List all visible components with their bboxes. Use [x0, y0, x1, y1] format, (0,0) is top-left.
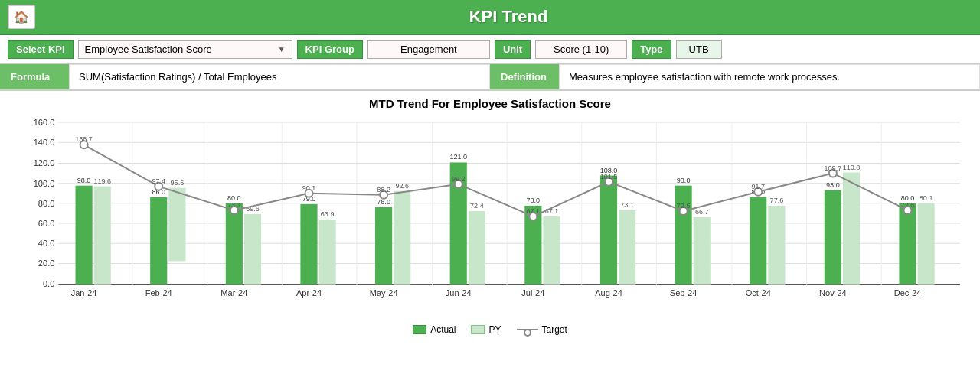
chart-area: MTD Trend For Employee Satisfaction Scor…	[0, 91, 980, 338]
chart-title: MTD Trend For Employee Satisfaction Scor…	[12, 97, 968, 110]
target-circle-swatch	[524, 329, 531, 337]
svg-text:101.5: 101.5	[600, 173, 618, 180]
py-color-swatch	[471, 325, 485, 334]
svg-text:40.0: 40.0	[38, 239, 55, 248]
svg-text:93.0: 93.0	[826, 181, 840, 189]
svg-text:Dec-24: Dec-24	[894, 288, 922, 298]
svg-text:95.5: 95.5	[171, 179, 185, 187]
svg-text:98.0: 98.0	[677, 177, 691, 184]
svg-text:160.0: 160.0	[34, 118, 55, 127]
kpi-group-value: Engagement	[368, 40, 490, 59]
bar-actual-apr	[300, 204, 317, 285]
formula-value: SUM(Satisfaction Ratings) / Total Employ…	[69, 64, 490, 89]
bar-py-feb	[168, 188, 185, 262]
svg-text:92.6: 92.6	[395, 182, 409, 190]
bar-py-jan	[94, 187, 111, 285]
legend-actual: Actual	[413, 324, 456, 335]
svg-text:Feb-24: Feb-24	[145, 288, 172, 298]
home-icon: 🏠	[14, 10, 29, 24]
svg-text:Aug-24: Aug-24	[595, 288, 622, 298]
svg-text:Oct-24: Oct-24	[746, 288, 771, 298]
svg-text:63.9: 63.9	[321, 210, 335, 218]
svg-text:Jan-24: Jan-24	[71, 288, 97, 298]
svg-text:98.0: 98.0	[77, 177, 91, 184]
bar-py-apr	[319, 220, 336, 285]
bar-actual-feb	[150, 197, 167, 285]
select-kpi-label: Select KPI	[8, 40, 74, 59]
svg-text:May-24: May-24	[370, 288, 398, 298]
svg-text:72.4: 72.4	[470, 202, 484, 210]
svg-text:80.1: 80.1	[920, 194, 933, 202]
svg-text:Mar-24: Mar-24	[220, 288, 247, 298]
legend-py-label: PY	[488, 324, 501, 335]
type-value: UTB	[676, 40, 722, 59]
legend-target-label: Target	[542, 324, 567, 335]
svg-text:121.0: 121.0	[449, 153, 467, 161]
home-button[interactable]: 🏠	[8, 5, 35, 29]
svg-text:Jun-24: Jun-24	[446, 288, 472, 298]
svg-text:67.1: 67.1	[527, 207, 541, 215]
chart-legend: Actual PY Target	[12, 324, 968, 335]
actual-color-swatch	[413, 325, 426, 334]
svg-text:Apr-24: Apr-24	[296, 288, 322, 298]
svg-text:72.5: 72.5	[677, 202, 691, 210]
svg-text:0.0: 0.0	[43, 279, 54, 288]
svg-text:109.7: 109.7	[825, 164, 842, 172]
unit-value: Score (1-10)	[535, 40, 627, 59]
svg-text:66.7: 66.7	[695, 208, 709, 216]
bar-actual-oct	[750, 197, 766, 285]
bar-py-jul	[543, 216, 560, 285]
header-bar: 🏠 KPI Trend	[0, 0, 980, 35]
bar-py-aug	[619, 210, 635, 285]
unit-label: Unit	[495, 40, 531, 59]
controls-bar: Select KPI Employee Satisfaction Score ▼…	[0, 35, 980, 64]
formula-section: Formula SUM(Satisfaction Ratings) / Tota…	[0, 64, 490, 89]
bar-actual-jan	[76, 186, 93, 285]
page-title: KPI Trend	[44, 7, 972, 27]
bar-py-sep	[694, 217, 710, 285]
legend-actual-label: Actual	[430, 324, 456, 335]
target-line-swatch	[517, 329, 538, 330]
bar-actual-may	[375, 207, 392, 285]
svg-text:138.7: 138.7	[75, 135, 93, 143]
svg-text:60.0: 60.0	[38, 219, 55, 228]
svg-text:73.1: 73.1	[227, 201, 241, 209]
svg-text:80.0: 80.0	[38, 199, 55, 208]
chart-svg: 160.0 140.0 120.0 100.0 80.0 60.0 40.0 2…	[12, 115, 968, 321]
info-bar: Formula SUM(Satisfaction Ratings) / Tota…	[0, 64, 980, 91]
svg-text:91.7: 91.7	[751, 183, 765, 190]
legend-py: PY	[471, 324, 501, 335]
svg-text:119.6: 119.6	[93, 177, 111, 185]
svg-text:72.8: 72.8	[901, 201, 915, 209]
definition-section: Definition Measures employee satisfactio…	[490, 64, 980, 89]
svg-text:140.0: 140.0	[34, 138, 55, 147]
svg-text:97.4: 97.4	[152, 177, 165, 185]
bar-py-may	[394, 191, 410, 285]
svg-text:Nov-24: Nov-24	[819, 288, 847, 298]
svg-text:Sep-24: Sep-24	[670, 288, 697, 298]
legend-target: Target	[517, 324, 567, 335]
svg-text:88.2: 88.2	[377, 186, 390, 194]
svg-text:Jul-24: Jul-24	[521, 288, 544, 298]
kpi-dropdown[interactable]: Employee Satisfaction Score ▼	[78, 40, 292, 59]
bar-py-mar	[244, 214, 261, 285]
svg-text:120.0: 120.0	[34, 158, 55, 167]
svg-text:73.1: 73.1	[620, 201, 634, 209]
kpi-value: Employee Satisfaction Score	[85, 44, 212, 55]
bar-py-nov	[843, 173, 860, 285]
bar-actual-aug	[600, 176, 617, 285]
svg-text:77.6: 77.6	[770, 197, 784, 204]
svg-text:90.1: 90.1	[302, 184, 316, 192]
svg-text:100.0: 100.0	[34, 179, 55, 188]
svg-text:20.0: 20.0	[38, 259, 55, 268]
chevron-down-icon: ▼	[278, 45, 286, 54]
definition-value: Measures employee satisfaction with remo…	[559, 64, 980, 89]
bar-actual-mar	[226, 203, 243, 285]
bar-actual-sep	[675, 186, 692, 285]
svg-text:110.8: 110.8	[843, 164, 861, 171]
definition-label: Definition	[490, 64, 559, 89]
bar-py-dec	[918, 203, 935, 285]
chart-container: 160.0 140.0 120.0 100.0 80.0 60.0 40.0 2…	[12, 115, 968, 321]
svg-text:78.0: 78.0	[527, 197, 541, 204]
type-label: Type	[632, 40, 671, 59]
